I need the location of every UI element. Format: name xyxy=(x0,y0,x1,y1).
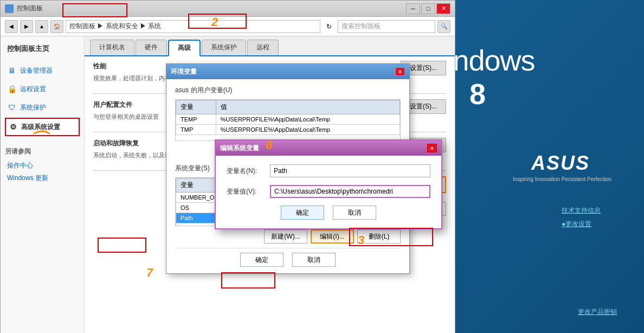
back-button[interactable]: ◀ xyxy=(5,20,18,33)
env-user-table: 变量 值 TEMP %USERPROFILE%\AppData\Local\Te… xyxy=(176,100,400,135)
edit-dialog: 编辑系统变量 × 变量名(N): 变量值(V): 确定 xyxy=(215,139,442,229)
tab-system-protection[interactable]: 系统保护 xyxy=(202,40,246,55)
edit-var-val-label: 变量值(V): xyxy=(227,187,265,196)
env-dialog-titlebar: 环境变量 × xyxy=(166,64,409,79)
remote-icon: 🔒 xyxy=(7,84,17,94)
sidebar-label-device-manager: 设备管理器 xyxy=(20,66,53,75)
content-area: 控制面板主页 🖥 设备管理器 🔒 远程设置 🛡 系统保护 ⚙ 高级系统设置 另请… xyxy=(1,36,455,333)
user-var-temp-name: TEMP xyxy=(176,114,216,125)
window-icon xyxy=(5,4,14,13)
sidebar-windows-update[interactable]: Windows 更新 xyxy=(5,172,80,184)
edit-body: 变量名(N): 变量值(V): 确定 取消 xyxy=(216,156,441,228)
sidebar-title: 控制面板主页 xyxy=(5,42,80,56)
edit-var-name-input[interactable] xyxy=(270,164,430,177)
refresh-button[interactable]: ↻ xyxy=(323,20,336,33)
tab-hardware[interactable]: 硬件 xyxy=(136,40,167,55)
edit-cancel-button[interactable]: 取消 xyxy=(333,206,376,220)
sidebar-item-remote[interactable]: 🔒 远程设置 xyxy=(5,81,80,97)
protection-icon: 🛡 xyxy=(7,103,17,112)
forward-button[interactable]: ▶ xyxy=(20,20,33,33)
more-settings-link[interactable]: ●更改设置 xyxy=(562,220,601,229)
edit-title-buttons: × xyxy=(427,144,437,152)
user-var-row-temp[interactable]: TEMP %USERPROFILE%\AppData\Local\Temp xyxy=(176,114,400,125)
home-button[interactable]: 🏠 xyxy=(50,20,63,33)
env-close-button[interactable]: × xyxy=(395,67,405,76)
edit-close-button[interactable]: × xyxy=(427,144,437,152)
sidebar-item-protection[interactable]: 🛡 系统保护 xyxy=(5,99,80,116)
sidebar-item-advanced[interactable]: ⚙ 高级系统设置 xyxy=(5,118,80,136)
address-path[interactable]: 控制面板 ▶ 系统和安全 ▶ 系统 xyxy=(66,20,320,33)
sidebar-label-remote: 远程设置 xyxy=(20,85,46,94)
advanced-icon: ⚙ xyxy=(8,122,18,132)
main-panel: 计算机名 硬件 高级 系统保护 远程 性能 视觉效果，处理器计划，内存使用，以及… xyxy=(85,36,455,333)
sys-edit-button[interactable]: 编辑(I)... xyxy=(311,229,354,244)
sidebar: 控制面板主页 🖥 设备管理器 🔒 远程设置 🛡 系统保护 ⚙ 高级系统设置 另请… xyxy=(1,36,85,333)
asus-logo: ASUS xyxy=(531,152,590,175)
search-placeholder: 搜索控制面板 xyxy=(342,22,381,31)
sidebar-another-section: 另请参阅 xyxy=(5,147,80,156)
edit-var-val-input[interactable] xyxy=(270,185,430,198)
user-var-temp-value: %USERPROFILE%\AppData\Local\Temp xyxy=(216,114,400,125)
address-bar: ◀ ▶ ▲ 🏠 控制面板 ▶ 系统和安全 ▶ 系统 ↻ 搜索控制面板 🔍 xyxy=(1,17,455,36)
col-val-header: 值 xyxy=(216,100,400,114)
sys-new-button[interactable]: 新建(W)... xyxy=(264,229,307,244)
tab-computer-name[interactable]: 计算机名 xyxy=(90,40,134,55)
search-button[interactable]: 🔍 xyxy=(437,20,450,33)
window-title: 控制面板 xyxy=(17,4,405,13)
edit-dialog-buttons: 确定 取消 xyxy=(227,206,430,220)
main-window: 控制面板 ─ □ ✕ ◀ ▶ ▲ 🏠 控制面板 ▶ 系统和安全 ▶ 系统 ↻ 搜… xyxy=(0,0,455,333)
edit-var-name-row: 变量名(N): xyxy=(227,164,430,177)
env-cancel-button[interactable]: 取消 xyxy=(292,253,336,267)
sidebar-label-protection: 系统保护 xyxy=(20,103,46,112)
edit-dialog-titlebar: 编辑系统变量 × xyxy=(216,140,441,156)
user-var-tmp-name: TMP xyxy=(176,125,216,135)
edit-ok-button[interactable]: 确定 xyxy=(281,206,324,220)
close-button[interactable]: ✕ xyxy=(436,3,450,14)
tabs: 计算机名 硬件 高级 系统保护 远程 xyxy=(85,36,455,56)
env-user-section-title: asus 的用户变量(U) xyxy=(175,86,401,95)
sidebar-action-center[interactable]: 操作中心 xyxy=(5,159,80,172)
env-dialog-title: 环境变量 xyxy=(171,67,197,76)
up-button[interactable]: ▲ xyxy=(35,20,48,33)
env-user-table-container: 变量 值 TEMP %USERPROFILE%\AppData\Local\Te… xyxy=(175,99,401,141)
edit-var-val-row: 变量值(V): xyxy=(227,185,430,198)
product-key-link[interactable]: 更改产品密钥 xyxy=(578,308,617,317)
sys-delete-button[interactable]: 删除(L) xyxy=(357,229,401,244)
user-var-tmp-value: %USERPROFILE%\AppData\Local\Temp xyxy=(216,125,400,135)
sidebar-label-advanced: 高级系统设置 xyxy=(21,123,60,132)
user-var-row-tmp[interactable]: TMP %USERPROFILE%\AppData\Local\Temp xyxy=(176,125,400,135)
edit-dialog-title: 编辑系统变量 xyxy=(220,144,259,153)
env-title-buttons: × xyxy=(395,67,405,76)
device-manager-icon: 🖥 xyxy=(7,66,17,75)
side-links: 技术支持信息 ●更改设置 xyxy=(562,206,601,233)
sidebar-item-device-manager[interactable]: 🖥 设备管理器 xyxy=(5,62,80,79)
asus-tagline: Inspiring Innovation Persistent Perfecti… xyxy=(513,176,611,182)
edit-var-name-label: 变量名(N): xyxy=(227,166,265,176)
env-ok-button[interactable]: 确定 xyxy=(240,253,284,267)
col-var-header: 变量 xyxy=(176,100,216,114)
search-box[interactable]: 搜索控制面板 xyxy=(338,20,435,33)
tab-remote[interactable]: 远程 xyxy=(247,40,279,55)
tab-advanced[interactable]: 高级 xyxy=(168,40,201,56)
maximize-button[interactable]: □ xyxy=(421,3,435,14)
tech-support-link[interactable]: 技术支持信息 xyxy=(562,206,601,215)
title-bar: 控制面板 ─ □ ✕ xyxy=(1,1,455,17)
minimize-button[interactable]: ─ xyxy=(406,3,420,14)
